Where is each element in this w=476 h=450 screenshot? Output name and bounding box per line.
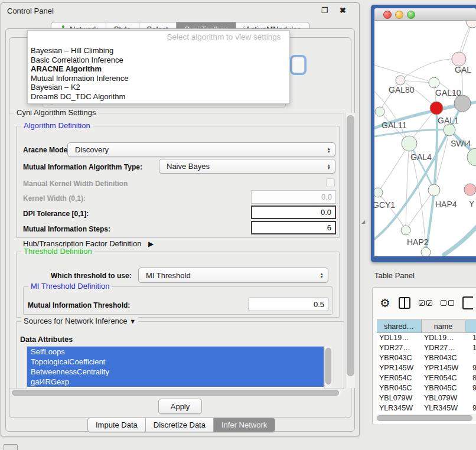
float-window-icon[interactable]: ❐ [321,6,333,15]
table-row[interactable]: YBR043CYBR043C [377,353,476,363]
corner-mini-button[interactable] [4,444,18,450]
combo-stepper-icon: ▲▼ [327,164,331,169]
table-cell-val: 9. [465,403,476,413]
table-cell-name: YBL079W [422,393,465,403]
network-node-label: GAL [455,65,471,74]
settings-vertical-scrollbar[interactable] [345,113,355,388]
network-node-gal80[interactable] [396,76,405,85]
mi-type-combo[interactable]: Naive Bayes ▲▼ [159,159,335,174]
network-node-gal4[interactable] [402,136,417,151]
algorithm-help-button[interactable] [292,57,305,73]
control-panel-window: Control Panel ❐ ✖ NetworkStyleSelectCyni… [1,2,360,436]
attribute-list-item[interactable]: BetweennessCentrality [27,367,324,377]
kernel-width-label: Kernel Width (0,1): [23,194,86,203]
algorithm-dropdown-popup: Select algorithm to view settings Bayesi… [27,30,290,104]
algorithm-list-item[interactable]: Bayesian – Hill Climbing [29,46,288,56]
table-horizontal-scrollbar[interactable] [376,414,476,421]
network-window-titlebar[interactable] [374,8,476,21]
mi-type-value: Naive Bayes [167,162,210,171]
expanded-arrow-icon: ▼ [129,318,136,325]
close-light-icon[interactable] [383,11,392,19]
column-header-shared[interactable]: shared… [377,320,422,332]
column-header-name[interactable]: name [422,320,465,332]
table-cell-shared: YBR043C [377,353,422,363]
network-node-gal11[interactable] [375,107,384,116]
cyni-settings-group-title: Cyni Algorithm Settings [14,109,98,117]
algorithm-list: Bayesian – Hill ClimbingBasic Correlatio… [29,46,288,102]
network-node[interactable] [466,21,476,28]
table-cell-name: YDL19… [422,333,465,343]
network-node-label: GCY1 [374,200,395,210]
table-cell-name: YLR345W [422,403,465,413]
sources-group-title[interactable]: Sources for Network Inference ▼ [21,317,138,325]
panel-splitter-handle[interactable]: ◢ [361,219,366,224]
network-node-hap2[interactable] [401,226,410,235]
select-all-checkboxes-icon[interactable]: ✓✓ [419,300,432,306]
table-row[interactable]: YPR145WYPR145W9. [377,363,476,373]
table-options-partial-icon[interactable] [462,296,473,309]
table-cell-val: 9. [465,363,476,373]
kernel-width-field[interactable]: 0.0 [251,190,336,204]
close-window-icon[interactable]: ✖ [340,6,351,15]
node-table: shared… name YDL19…YDL19…13YDR27…YDR27…1… [377,319,476,423]
algorithm-list-item[interactable]: ARACNE Algorithm [29,64,288,74]
network-node-gcy1[interactable] [374,188,383,197]
minimize-light-icon[interactable] [395,11,403,19]
network-node[interactable] [421,247,431,256]
network-canvas[interactable]: GALGAL80GAL10GAL1GAL11SWI4GAL4HAP4YGCY1H… [374,21,476,256]
mi-steps-field[interactable]: 6 [251,221,336,234]
table-row[interactable]: YDL19…YDL19…13 [377,333,476,343]
algorithm-list-item[interactable]: Dream8 DC_TDC Algorithm [29,92,288,102]
table-toolbar: ⚙ ✓✓ [380,292,473,314]
network-node-gal[interactable] [452,52,466,66]
table-row[interactable]: YBR045CYBR045C9. [377,383,476,393]
network-node-gal1[interactable] [430,102,443,115]
tab-label: Infer Network [221,420,267,429]
network-node-gal10[interactable] [429,77,439,88]
manual-kernel-checkbox[interactable] [326,178,335,187]
combo-stepper-icon: ▲▼ [327,147,331,153]
table-row[interactable]: YER054CYER054C8. [377,373,476,383]
table-cell-name: YDR27… [422,343,465,353]
deselect-all-checkboxes-icon[interactable] [441,300,454,306]
tab-impute-data[interactable]: Impute Data [88,418,145,432]
network-node[interactable] [467,148,476,166]
which-threshold-combo[interactable]: MI Threshold ▲▼ [138,268,328,283]
kernel-width-value: 0.0 [321,193,332,201]
split-columns-icon[interactable] [399,297,410,309]
settings-horizontal-scrollbar[interactable] [11,389,343,396]
algorithm-list-item[interactable]: Bayesian – K2 [29,83,288,92]
attribute-list-item[interactable]: gal4RGexp [27,377,324,387]
settings-gear-icon[interactable]: ⚙ [380,297,390,309]
table-row[interactable]: YLR345WYLR345W9. [377,403,476,413]
attributes-list-scrollbar[interactable] [324,346,331,388]
algorithm-list-item[interactable]: Mutual Information Inference [29,74,288,83]
table-cell-shared: YBR045C [377,383,422,393]
mi-threshold-value: 0.5 [314,300,324,309]
screen: Control Panel ❐ ✖ NetworkStyleSelectCyni… [0,0,476,450]
dpi-tolerance-field[interactable]: 0.0 [251,206,336,219]
network-node[interactable] [454,95,471,112]
attribute-list-item[interactable]: SelfLoops [27,347,324,357]
table-cell-val [465,393,476,403]
aracne-mode-combo[interactable]: Discovery ▲▼ [67,142,335,157]
table-cell-val: 8. [465,373,476,383]
table-row[interactable]: YBL079WYBL079W [377,393,476,403]
network-node-y[interactable] [464,184,476,195]
apply-button[interactable]: Apply [158,399,202,414]
network-node-swi4[interactable] [444,124,455,136]
column-header-partial[interactable] [465,320,476,332]
attribute-list-item[interactable]: TopologicalCoefficient [27,357,324,367]
zoom-light-icon[interactable] [407,11,415,19]
network-node-label: GAL10 [435,88,461,97]
tab-discretize-data[interactable]: Discretize Data [145,418,213,432]
network-node-hap4[interactable] [428,184,440,196]
mi-threshold-group-title: MI Threshold Definition [28,282,112,291]
table-cell-shared: YER054C [377,373,422,383]
tab-infer-network[interactable]: Infer Network [213,418,275,432]
table-row[interactable]: YDR27…YDR27…12 [377,343,476,353]
algorithm-list-item[interactable]: Basic Correlation Inference [29,56,288,65]
mi-threshold-field[interactable]: 0.5 [249,298,328,311]
cyni-bottom-tabbar: Impute DataDiscretize DataInfer Network [87,418,275,432]
table-cell-name: YPR145W [422,363,465,373]
